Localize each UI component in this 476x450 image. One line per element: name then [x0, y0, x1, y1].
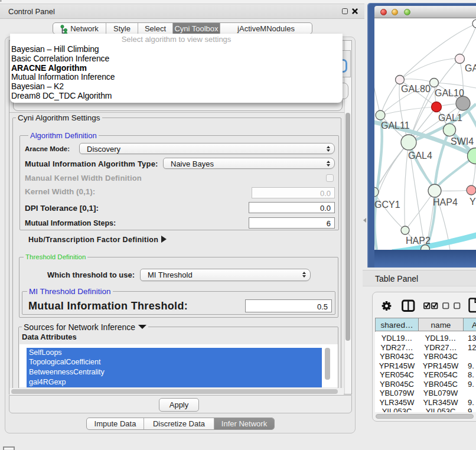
svg-text:GAL: GAL [465, 63, 476, 73]
svg-text:GCY1: GCY1 [374, 200, 400, 210]
svg-text:GAL10: GAL10 [435, 88, 464, 98]
svg-text:GAL11: GAL11 [381, 120, 410, 131]
svg-text:Y: Y [470, 197, 476, 207]
svg-text:SWI4: SWI4 [451, 136, 474, 146]
svg-text:HAP2: HAP2 [406, 236, 431, 246]
svg-text:HAP4: HAP4 [433, 197, 458, 207]
svg-text:GAL1: GAL1 [438, 113, 462, 123]
svg-text:GAL4: GAL4 [408, 151, 432, 161]
svg-text:GAL80: GAL80 [401, 84, 431, 94]
